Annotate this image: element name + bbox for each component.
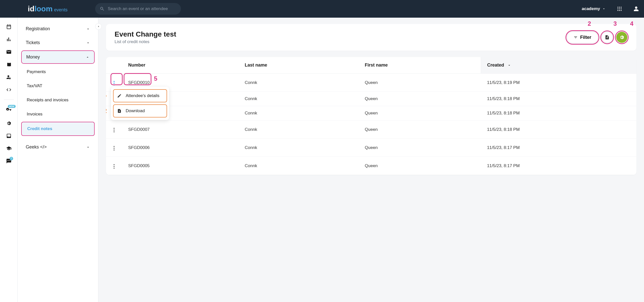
topbar: idloom events academy [0, 0, 644, 18]
cell-created: 11/5/23, 8:17 PM [481, 139, 636, 157]
sidenav-item-tickets[interactable]: Tickets [21, 37, 95, 49]
column-firstname[interactable]: First name [359, 57, 481, 74]
nav-label: Geeks </> [26, 144, 47, 150]
page-title: Event Change test [115, 30, 176, 38]
iconrail: NEW ? [0, 18, 18, 302]
chevron-up-icon [86, 55, 90, 59]
gear-icon[interactable] [6, 120, 12, 126]
table-row[interactable]: SFGD0007 Connk Queen 11/5/23, 8:18 PM [106, 120, 636, 139]
row-actions-button[interactable] [112, 163, 116, 170]
svg-point-5 [621, 8, 622, 9]
sidenav-item-geeks[interactable]: Geeks </> [21, 141, 95, 153]
pencil-icon [117, 94, 122, 98]
account-menu[interactable]: academy [582, 6, 606, 11]
gear-icon [619, 35, 625, 40]
row-actions-button[interactable] [112, 126, 116, 134]
filter-button[interactable]: Filter [567, 32, 598, 43]
key-icon-wrap[interactable]: NEW [6, 107, 12, 113]
svg-point-7 [619, 10, 620, 11]
cell-created: 11/5/23, 8:19 PM [481, 74, 636, 92]
annotation-d2: 2 [106, 107, 107, 114]
sidenav-sub-payments[interactable]: Payments [21, 65, 95, 78]
chart-icon[interactable] [6, 37, 12, 42]
settings-button[interactable] [616, 32, 627, 43]
svg-point-4 [619, 8, 620, 9]
cell-firstname: Queen [359, 157, 481, 175]
inbox-icon[interactable] [6, 133, 12, 139]
logo[interactable]: idloom events [28, 5, 67, 13]
cell-lastname: Connk [239, 120, 359, 139]
annotation-d1: 1 [106, 91, 107, 98]
nav-label: Registration [26, 26, 50, 32]
dropdown-label: Attendee's details [126, 93, 159, 98]
graduation-icon[interactable] [6, 146, 12, 151]
cell-number: SFGD0005 [122, 157, 239, 175]
code-icon[interactable] [6, 87, 12, 93]
column-number[interactable]: Number [122, 57, 239, 74]
credit-notes-table: Number Last name First name Created SFGD… [106, 57, 636, 175]
svg-point-2 [621, 7, 622, 8]
chevron-down-icon [507, 63, 511, 67]
page-subtitle: List of credit notes [115, 39, 176, 44]
header-card: Event Change test List of credit notes F… [106, 24, 636, 51]
sidenav-sub-taxvat[interactable]: Tax/VAT [21, 79, 95, 93]
sidenav-item-registration[interactable]: Registration [21, 23, 95, 35]
table-card: Number Last name First name Created SFGD… [106, 57, 636, 175]
search-icon [100, 6, 105, 12]
dropdown-download[interactable]: Download [113, 104, 167, 117]
table-row[interactable]: SFGD0010 Connk Queen 11/5/23, 8:19 PM [106, 74, 636, 92]
logo-loom: loom [35, 5, 53, 13]
table-row[interactable]: Connk Queen 11/5/23, 8:18 PM [106, 92, 636, 106]
sidenav: Registration Tickets Money Payments Tax/… [18, 18, 98, 302]
svg-point-6 [618, 10, 619, 11]
search-bar[interactable] [95, 3, 181, 15]
sidenav-sub-receipts[interactable]: Receipts and invoices [21, 94, 95, 107]
download-button[interactable] [602, 32, 613, 43]
search-input[interactable] [108, 6, 176, 11]
table-row[interactable]: Connk Queen 11/5/23, 8:18 PM [106, 106, 636, 120]
account-label: academy [582, 6, 600, 11]
apps-grid-icon[interactable] [617, 6, 622, 12]
chat-icon-wrap[interactable]: ? [6, 158, 12, 165]
chevron-down-icon [86, 145, 90, 149]
cell-firstname: Queen [359, 120, 481, 139]
sidenav-sub-credit-notes[interactable]: Credit notes [21, 122, 95, 136]
nav-label: Money [26, 54, 40, 60]
mail-icon[interactable] [6, 49, 12, 55]
download-file-icon [605, 35, 610, 40]
cell-number: SFGD0006 [122, 139, 239, 157]
sidenav-item-money[interactable]: Money [21, 50, 95, 64]
row-actions-button[interactable] [112, 144, 116, 152]
svg-point-1 [619, 7, 620, 8]
profile-icon[interactable] [633, 6, 639, 12]
column-created-label: Created [487, 63, 504, 68]
caret-down-icon [602, 7, 606, 11]
table-row[interactable]: SFGD0006 Connk Queen 11/5/23, 8:17 PM [106, 139, 636, 157]
cell-lastname: Connk [239, 157, 359, 175]
row-actions-button[interactable] [112, 79, 116, 87]
chevron-down-icon [86, 41, 90, 45]
book-icon[interactable] [6, 62, 12, 67]
cell-firstname: Queen [359, 139, 481, 157]
table-row[interactable]: SFGD0005 Connk Queen 11/5/23, 8:17 PM [106, 157, 636, 175]
main-content: 2 3 4 Event Change test List of credit n… [98, 18, 644, 302]
row-actions-dropdown: Attendee's details Download [111, 87, 169, 120]
sidenav-sub-invoices[interactable]: Invoices [21, 108, 95, 121]
column-lastname[interactable]: Last name [239, 57, 359, 74]
column-created[interactable]: Created [481, 57, 636, 74]
cell-lastname: Connk [239, 92, 359, 106]
filter-label: Filter [580, 35, 591, 40]
calendar-icon[interactable] [6, 24, 12, 29]
cell-lastname: Connk [239, 74, 359, 92]
logo-id: id [28, 5, 35, 13]
download-icon [117, 109, 122, 113]
cell-lastname: Connk [239, 139, 359, 157]
logo-events: events [54, 7, 67, 13]
annotation-5: 5 [154, 75, 157, 82]
chevron-down-icon [86, 27, 90, 31]
cell-firstname: Queen [359, 74, 481, 92]
user-cog-icon[interactable] [6, 74, 12, 80]
dropdown-attendee-details[interactable]: Attendee's details [113, 89, 167, 102]
nav-label: Tickets [26, 40, 40, 45]
annotation-highlight-filter: Filter [566, 31, 599, 44]
